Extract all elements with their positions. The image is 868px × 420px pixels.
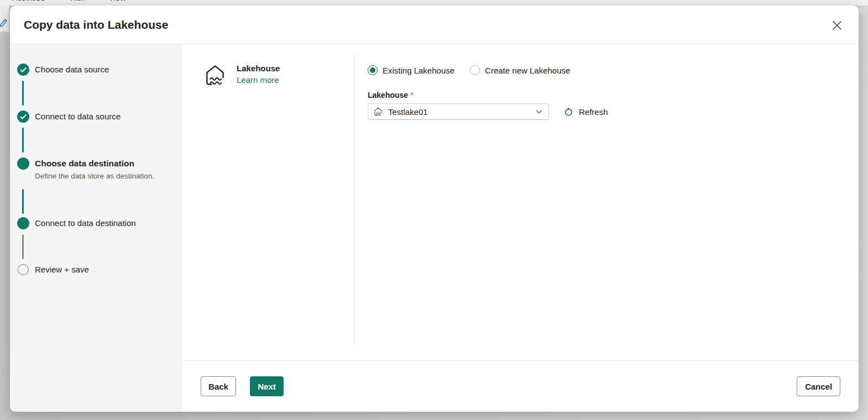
filled-circle-icon: [17, 158, 29, 170]
radio-create-new-lakehouse[interactable]: Create new Lakehouse: [470, 65, 570, 75]
lakehouse-dropdown-value: Testlake01: [388, 107, 428, 117]
required-asterisk: *: [410, 91, 413, 99]
vertical-divider: [354, 55, 354, 345]
destination-type-title: Lakehouse: [237, 64, 280, 73]
destination-form: Existing Lakehouse Create new Lakehouse …: [368, 64, 608, 120]
step-label: Connect to data destination: [35, 217, 136, 229]
step-review-save[interactable]: Review + save: [17, 264, 89, 276]
dialog-header: Copy data into Lakehouse: [10, 6, 859, 44]
menu-item-run[interactable]: Run: [70, 0, 86, 2]
filled-circle-icon: [17, 217, 29, 229]
dialog-title: Copy data into Lakehouse: [24, 6, 168, 44]
menu-item-view[interactable]: View: [108, 0, 126, 2]
lakehouse-dropdown[interactable]: Testlake01: [368, 103, 549, 120]
menu-item-activities[interactable]: Activities: [12, 0, 45, 2]
destination-type-block: Lakehouse Learn more: [203, 62, 280, 88]
background-toolbar: [0, 6, 9, 32]
footer-divider: [183, 360, 859, 361]
background-toolbar-edge: [0, 32, 9, 38]
lakehouse-field-label: Lakehouse*: [368, 91, 608, 99]
refresh-icon: [563, 107, 574, 117]
step-connector: [22, 234, 24, 259]
background-menubar: Activities Run View: [0, 0, 868, 6]
refresh-label: Refresh: [579, 107, 608, 117]
check-circle-icon: [17, 111, 29, 123]
step-connect-data-source[interactable]: Connect to data source: [17, 111, 121, 123]
step-connector: [22, 81, 24, 106]
step-choose-data-source[interactable]: Choose data source: [17, 64, 109, 76]
lakehouse-small-icon: [373, 107, 383, 117]
dialog-body: Choose data source Connect to data sourc…: [10, 44, 859, 411]
pencil-icon: [0, 17, 9, 29]
learn-more-link[interactable]: Learn more: [237, 75, 279, 85]
check-circle-icon: [17, 64, 29, 76]
radio-unselected-icon: [470, 65, 480, 75]
lakehouse-icon: [203, 62, 227, 88]
step-choose-data-destination[interactable]: Choose data destination: [17, 158, 134, 170]
step-label: Connect to data source: [35, 111, 121, 123]
radio-label: Existing Lakehouse: [383, 66, 454, 75]
back-button[interactable]: Back: [201, 376, 236, 396]
radio-selected-icon: [368, 65, 378, 75]
step-description: Define the data store as destination.: [35, 172, 179, 180]
step-connect-data-destination[interactable]: Connect to data destination: [17, 217, 136, 229]
step-label: Choose data destination: [35, 158, 134, 170]
close-button[interactable]: [831, 19, 843, 32]
step-label: Review + save: [35, 264, 89, 276]
step-label: Choose data source: [35, 64, 109, 76]
close-icon: [831, 19, 843, 32]
lakehouse-mode-radio-group: Existing Lakehouse Create new Lakehouse: [368, 64, 608, 77]
chevron-down-icon: [535, 107, 543, 116]
radio-label: Create new Lakehouse: [485, 66, 570, 75]
radio-existing-lakehouse[interactable]: Existing Lakehouse: [368, 65, 454, 75]
step-connector: [22, 189, 24, 214]
refresh-button[interactable]: Refresh: [563, 107, 608, 117]
empty-circle-icon: [18, 264, 29, 275]
next-button[interactable]: Next: [250, 376, 284, 396]
step-connector: [22, 128, 24, 153]
wizard-steps-sidebar: Choose data source Connect to data sourc…: [10, 44, 183, 411]
destination-panel: Lakehouse Learn more Existing Lakehouse …: [183, 44, 859, 411]
cancel-button[interactable]: Cancel: [797, 376, 840, 396]
copy-data-dialog: Copy data into Lakehouse Choose data sou…: [10, 6, 859, 412]
